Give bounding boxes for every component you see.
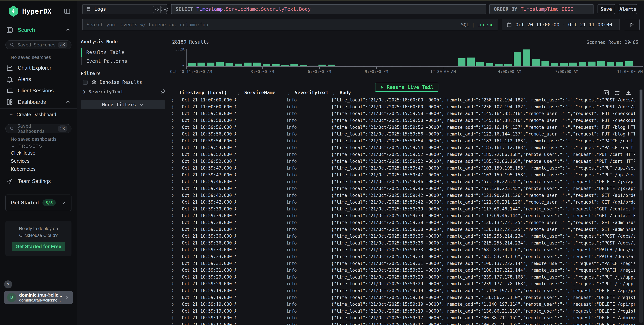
table-row[interactable]: ❯Oct 21 10:59:47.000 AMinfo{"time_local"… bbox=[170, 165, 634, 172]
presets-toggle[interactable]: PRESETS bbox=[10, 144, 42, 149]
saved-searches-input[interactable]: Saved Searches ⌘K bbox=[5, 40, 72, 49]
row-expand-chevron-icon[interactable]: ❯ bbox=[170, 295, 179, 300]
table-row[interactable]: ❯Oct 21 10:59:29.000 AMinfo{"time_local"… bbox=[170, 274, 634, 280]
wrap-lines-icon[interactable] bbox=[614, 89, 620, 96]
table-row[interactable]: ❯Oct 21 10:59:19.000 AMinfo{"time_local"… bbox=[170, 308, 634, 315]
mode-results-table[interactable]: Results Table bbox=[81, 48, 164, 57]
row-expand-chevron-icon[interactable]: ❯ bbox=[170, 261, 179, 266]
table-row[interactable]: ❯Oct 21 10:59:36.000 AMinfo{"time_local"… bbox=[170, 240, 634, 246]
table-row[interactable]: ❯Oct 21 10:59:31.000 AMinfo{"time_local"… bbox=[170, 267, 634, 274]
sidebar-item-search[interactable]: Search bbox=[0, 25, 77, 35]
get-started-free-button[interactable]: Get Started for Free bbox=[12, 242, 65, 251]
row-expand-chevron-icon[interactable]: ❯ bbox=[170, 213, 179, 218]
row-expand-chevron-icon[interactable]: ❯ bbox=[170, 145, 179, 150]
preset-kubernetes[interactable]: Kubernetes bbox=[11, 166, 36, 172]
saved-dashboards-input[interactable]: Saved Dashboards ⌘K bbox=[5, 124, 72, 133]
table-row[interactable]: ❯Oct 21 10:59:19.000 AMinfo{"time_local"… bbox=[170, 287, 634, 294]
table-row[interactable]: ❯Oct 21 10:59:56.000 AMinfo{"time_local"… bbox=[170, 124, 634, 131]
denoise-checkbox[interactable] bbox=[83, 80, 88, 85]
download-icon[interactable] bbox=[625, 89, 632, 96]
table-row[interactable]: ❯Oct 21 10:59:46.000 AMinfo{"time_local"… bbox=[170, 185, 634, 192]
table-row[interactable]: ❯Oct 21 10:59:17.000 AMinfo{"time_local"… bbox=[170, 321, 634, 325]
table-row[interactable]: ❯Oct 21 10:59:19.000 AMinfo{"time_local"… bbox=[170, 294, 634, 301]
row-expand-chevron-icon[interactable]: ❯ bbox=[170, 200, 179, 204]
row-expand-chevron-icon[interactable]: ❯ bbox=[170, 322, 179, 325]
chevron-up-icon[interactable] bbox=[65, 27, 71, 33]
denoise-results-toggle[interactable]: Denoise Results bbox=[83, 79, 142, 85]
table-row[interactable]: ❯Oct 21 10:59:17.000 AMinfo{"time_local"… bbox=[170, 315, 634, 321]
table-row[interactable]: ❯Oct 21 10:59:42.000 AMinfo{"time_local"… bbox=[170, 199, 634, 206]
table-row[interactable]: ❯Oct 21 10:59:58.000 AMinfo{"time_local"… bbox=[170, 110, 634, 117]
mode-event-patterns[interactable]: Event Patterns bbox=[81, 57, 164, 65]
row-expand-chevron-icon[interactable]: ❯ bbox=[170, 220, 179, 225]
row-expand-chevron-icon[interactable]: ❯ bbox=[170, 302, 179, 307]
table-row[interactable]: ❯Oct 21 10:59:36.000 AMinfo{"time_local"… bbox=[170, 233, 634, 240]
col-severitytext[interactable]: ⋮SeverityText bbox=[286, 90, 331, 96]
row-expand-chevron-icon[interactable]: ❯ bbox=[170, 254, 179, 259]
preset-services[interactable]: Services bbox=[11, 158, 29, 164]
row-expand-chevron-icon[interactable]: ❯ bbox=[170, 241, 179, 245]
pin-icon[interactable] bbox=[160, 89, 166, 95]
help-button[interactable]: ? bbox=[4, 280, 12, 289]
table-row[interactable]: ❯Oct 21 10:59:33.000 AMinfo{"time_local"… bbox=[170, 253, 634, 260]
table-row[interactable]: ❯Oct 21 10:59:38.000 AMinfo{"time_local"… bbox=[170, 226, 634, 233]
table-row[interactable]: ❯Oct 21 11:00:00.000 AMinfo{"time_local"… bbox=[170, 103, 634, 110]
row-expand-chevron-icon[interactable]: ❯ bbox=[170, 118, 179, 123]
row-expand-chevron-icon[interactable]: ❯ bbox=[170, 159, 179, 164]
col-servicename[interactable]: ⋮ServiceName bbox=[236, 90, 286, 96]
date-range-picker[interactable]: Oct 20 11:00:00 - Oct 21 11:00:00 bbox=[502, 19, 620, 30]
scrollbar-thumb[interactable] bbox=[640, 90, 642, 191]
table-row[interactable]: ❯Oct 21 10:59:52.000 AMinfo{"time_local"… bbox=[170, 151, 634, 158]
lucene-search-input[interactable]: Search your events w/ Lucene ex. column:… bbox=[82, 19, 498, 30]
row-expand-chevron-icon[interactable]: ❯ bbox=[170, 139, 179, 143]
sidebar-item-client-sessions[interactable]: Client Sessions bbox=[0, 85, 77, 96]
col-body[interactable]: ⋮Body bbox=[331, 90, 634, 96]
table-row[interactable]: ❯Oct 21 10:59:19.000 AMinfo{"time_local"… bbox=[170, 301, 634, 308]
column-resize-handle[interactable]: ⋮ bbox=[331, 90, 336, 96]
sidebar-item-dashboards[interactable]: Dashboards bbox=[0, 97, 77, 107]
language-toggle-lucene[interactable]: Lucene bbox=[477, 22, 494, 27]
scrollbar-track[interactable] bbox=[639, 89, 643, 323]
severity-filter-group[interactable]: ❯ SeverityText bbox=[83, 89, 166, 95]
sidebar-item-team-settings[interactable]: Team Settings bbox=[0, 176, 77, 186]
row-expand-chevron-icon[interactable]: ❯ bbox=[170, 268, 179, 273]
row-expand-chevron-icon[interactable]: ❯ bbox=[170, 152, 179, 157]
row-expand-chevron-icon[interactable]: ❯ bbox=[170, 309, 179, 314]
table-row[interactable]: ❯Oct 21 10:59:38.000 AMinfo{"time_local"… bbox=[170, 219, 634, 226]
user-account-chip[interactable]: D dominic.tran@clic... dominic.tran@clic… bbox=[4, 291, 73, 304]
table-row[interactable]: ❯Oct 21 10:59:33.000 AMinfo{"time_local"… bbox=[170, 246, 634, 253]
row-expand-chevron-icon[interactable]: ❯ bbox=[170, 186, 179, 191]
code-view-button[interactable] bbox=[153, 6, 161, 13]
table-row[interactable]: ❯Oct 21 10:59:58.000 AMinfo{"time_local"… bbox=[170, 117, 634, 124]
table-row[interactable]: ❯Oct 21 10:59:39.000 AMinfo{"time_local"… bbox=[170, 212, 634, 219]
sidebar-collapse-icon[interactable] bbox=[64, 7, 71, 15]
col-timestamp[interactable]: Timestamp (Local) bbox=[179, 90, 236, 95]
alerts-button[interactable]: Alerts bbox=[619, 4, 637, 14]
language-toggle-sql[interactable]: SQL bbox=[461, 22, 469, 27]
orderby-input[interactable]: ORDER BY TimestampTime DESC bbox=[490, 4, 594, 14]
column-resize-handle[interactable]: ⋮ bbox=[236, 90, 241, 96]
row-expand-chevron-icon[interactable]: ❯ bbox=[170, 316, 179, 320]
row-expand-chevron-icon[interactable]: ❯ bbox=[170, 227, 179, 232]
row-expand-chevron-icon[interactable]: ❯ bbox=[170, 104, 179, 109]
row-expand-chevron-icon[interactable]: ❯ bbox=[170, 166, 179, 170]
row-expand-chevron-icon[interactable]: ❯ bbox=[170, 132, 179, 136]
row-expand-chevron-icon[interactable]: ❯ bbox=[170, 125, 179, 130]
chevron-up-icon[interactable] bbox=[65, 99, 71, 105]
table-row[interactable]: ❯Oct 21 11:00:00.000 AMinfo{"time_local"… bbox=[170, 97, 634, 103]
row-expand-chevron-icon[interactable]: ❯ bbox=[170, 281, 179, 286]
table-row[interactable]: ❯Oct 21 10:59:54.000 AMinfo{"time_local"… bbox=[170, 137, 634, 144]
save-button[interactable]: Save bbox=[598, 4, 615, 14]
row-expand-chevron-icon[interactable]: ❯ bbox=[170, 207, 179, 211]
table-row[interactable]: ❯Oct 21 10:59:31.000 AMinfo{"time_local"… bbox=[170, 260, 634, 267]
query-settings-gear-icon[interactable] bbox=[162, 6, 170, 13]
preset-clickhouse[interactable]: ClickHouse bbox=[11, 150, 36, 156]
table-row[interactable]: ❯Oct 21 10:59:39.000 AMinfo{"time_local"… bbox=[170, 206, 634, 213]
row-expand-chevron-icon[interactable]: ❯ bbox=[170, 234, 179, 239]
row-expand-chevron-icon[interactable]: ❯ bbox=[170, 173, 179, 177]
row-expand-chevron-icon[interactable]: ❯ bbox=[170, 193, 179, 198]
table-code-view-icon[interactable] bbox=[603, 89, 610, 96]
row-expand-chevron-icon[interactable]: ❯ bbox=[170, 98, 179, 102]
select-columns-input[interactable]: SELECT Timestamp ,ServiceName,SeverityTe… bbox=[171, 4, 486, 14]
row-expand-chevron-icon[interactable]: ❯ bbox=[170, 288, 179, 293]
